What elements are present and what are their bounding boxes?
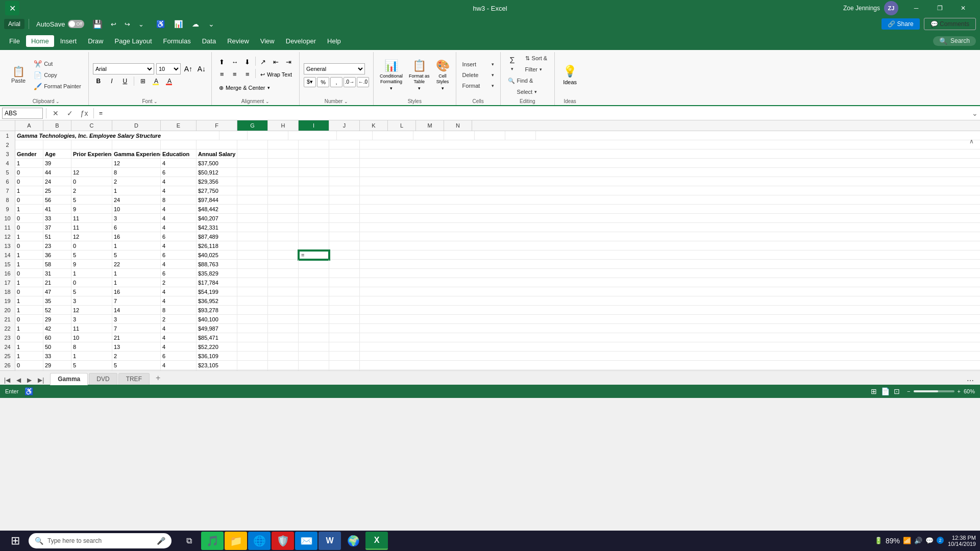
menu-formulas[interactable]: Formulas <box>158 35 196 47</box>
taskbar-edge[interactable]: 🌐 <box>248 532 271 550</box>
cell-a24[interactable]: 1 <box>15 342 43 352</box>
search-box[interactable]: 🔍 Search <box>933 36 976 46</box>
cell-b6[interactable]: 24 <box>43 177 71 186</box>
cell-e22[interactable]: 4 <box>161 324 197 333</box>
delete-cells-button[interactable]: Delete▾ <box>460 70 496 80</box>
cell-e11[interactable]: 4 <box>161 223 197 232</box>
cell-f14[interactable]: $40,025 <box>197 251 237 260</box>
cell-j11[interactable] <box>329 223 360 232</box>
decrease-font-button[interactable]: A↓ <box>196 63 207 74</box>
cell-j19[interactable] <box>329 296 360 306</box>
cell-a12[interactable]: 1 <box>15 232 43 241</box>
cell-d8[interactable]: 24 <box>112 195 161 205</box>
taskbar-mail[interactable]: ✉️ <box>295 532 317 550</box>
row-num-10[interactable]: 10 <box>0 214 15 223</box>
cell-a1[interactable]: Gamma Technologies, Inc. Employee Salary… <box>15 131 219 140</box>
row-num-27[interactable]: 27 <box>0 370 15 370</box>
cell-f12[interactable]: $87,489 <box>197 232 237 241</box>
cell-b1[interactable] <box>219 131 248 140</box>
cell-d14[interactable]: 5 <box>112 251 161 260</box>
cell-g25[interactable] <box>237 352 268 361</box>
cell-f2[interactable] <box>197 140 237 149</box>
name-box[interactable] <box>2 108 43 119</box>
col-header-h[interactable]: H <box>268 120 299 131</box>
cell-h20[interactable] <box>268 306 299 315</box>
cell-h8[interactable] <box>268 195 299 205</box>
text-direction-button[interactable]: ↗ <box>257 57 270 67</box>
decimal-increase-button[interactable]: .0→ <box>344 77 356 87</box>
cell-b26[interactable]: 29 <box>43 361 71 370</box>
cell-i27[interactable] <box>299 370 329 370</box>
cell-a9[interactable]: 1 <box>15 205 43 214</box>
cell-i26[interactable] <box>299 361 329 370</box>
cell-g13[interactable] <box>237 241 268 251</box>
cell-h17[interactable] <box>268 278 299 287</box>
cell-b7[interactable]: 25 <box>43 186 71 195</box>
cell-h2[interactable] <box>268 140 299 149</box>
cell-j23[interactable] <box>329 333 360 342</box>
merge-center-button[interactable]: ⊕Merge & Center▾ <box>216 82 273 93</box>
cell-f7[interactable]: $27,750 <box>197 186 237 195</box>
cell-b13[interactable]: 23 <box>43 241 71 251</box>
cell-f9[interactable]: $48,442 <box>197 205 237 214</box>
notification-icon[interactable]: 💬 <box>925 537 934 545</box>
cell-b17[interactable]: 21 <box>43 278 71 287</box>
cell-h14[interactable] <box>268 251 299 260</box>
cell-d16[interactable]: 1 <box>112 269 161 278</box>
col-header-a[interactable]: A <box>15 120 43 131</box>
cell-f1[interactable] <box>373 131 413 140</box>
cell-f8[interactable]: $97,844 <box>197 195 237 205</box>
cell-e16[interactable]: 6 <box>161 269 197 278</box>
cell-g2[interactable] <box>237 140 268 149</box>
cell-f21[interactable]: $40,100 <box>197 315 237 324</box>
cell-f18[interactable]: $54,199 <box>197 287 237 296</box>
cell-h23[interactable] <box>268 333 299 342</box>
cell-h16[interactable] <box>268 269 299 278</box>
number-format-select[interactable]: General <box>304 63 365 74</box>
zoom-slider[interactable] <box>914 390 954 392</box>
cell-g26[interactable] <box>237 361 268 370</box>
cell-g1[interactable] <box>413 131 444 140</box>
cell-c2[interactable] <box>71 140 112 149</box>
cell-c10[interactable]: 11 <box>71 214 112 223</box>
cell-d12[interactable]: 16 <box>112 232 161 241</box>
menu-page-layout[interactable]: Page Layout <box>110 35 157 47</box>
menu-home[interactable]: Home <box>26 35 54 47</box>
cell-c19[interactable]: 3 <box>71 296 112 306</box>
sheet-tab-gamma[interactable]: Gamma <box>50 373 88 385</box>
cell-d5[interactable]: 8 <box>112 168 161 177</box>
insert-function-button[interactable]: ƒx <box>78 108 90 119</box>
autosum-button[interactable]: Σ▾ <box>505 53 520 74</box>
fill-color-button[interactable]: A <box>151 76 162 87</box>
taskbar-task-view[interactable]: ⧉ <box>178 532 200 550</box>
find-select-btn2[interactable]: Select ▾ <box>514 87 551 97</box>
cell-a16[interactable]: 0 <box>15 269 43 278</box>
row-num-21[interactable]: 21 <box>0 315 15 324</box>
font-selector-qa[interactable]: Arial <box>4 19 24 29</box>
menu-insert[interactable]: Insert <box>55 35 82 47</box>
col-header-c[interactable]: C <box>71 120 112 131</box>
cell-e13[interactable]: 4 <box>161 241 197 251</box>
sheet-first-btn[interactable]: |◀ <box>2 375 12 385</box>
cell-b12[interactable]: 51 <box>43 232 71 241</box>
cell-i13[interactable] <box>299 241 329 251</box>
sheet-last-btn[interactable]: ▶| <box>36 375 46 385</box>
copy-button[interactable]: 📄Copy <box>31 70 84 80</box>
cell-j25[interactable] <box>329 352 360 361</box>
cell-i6[interactable] <box>299 177 329 186</box>
cell-e14[interactable]: 6 <box>161 251 197 260</box>
cell-f16[interactable]: $35,829 <box>197 269 237 278</box>
cell-e12[interactable]: 6 <box>161 232 197 241</box>
cell-c26[interactable]: 5 <box>71 361 112 370</box>
cell-f22[interactable]: $49,987 <box>197 324 237 333</box>
decimal-decrease-button[interactable]: ←.0 <box>357 77 369 87</box>
cell-c22[interactable]: 11 <box>71 324 112 333</box>
cell-b5[interactable]: 44 <box>43 168 71 177</box>
cell-c20[interactable]: 12 <box>71 306 112 315</box>
cell-a10[interactable]: 0 <box>15 214 43 223</box>
cell-h27[interactable] <box>268 370 299 370</box>
cell-e1[interactable] <box>337 131 373 140</box>
cell-d23[interactable]: 21 <box>112 333 161 342</box>
increase-font-button[interactable]: A↑ <box>183 63 194 74</box>
col-header-g[interactable]: G <box>237 120 268 131</box>
